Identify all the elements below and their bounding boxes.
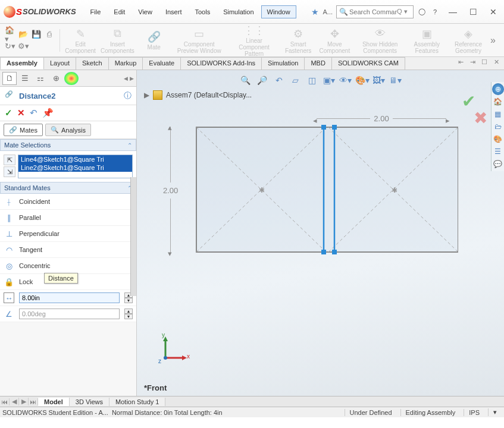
ribbon-assembly-features[interactable]: ▣Assembly Features — [408, 26, 446, 55]
ribbon-component-preview[interactable]: ▭Component Preview Window — [171, 26, 227, 55]
selection-filter-icon-1[interactable]: ⇱ — [4, 155, 15, 165]
mate-tangent[interactable]: ◠Tangent — [0, 242, 136, 258]
pm-ok-button[interactable]: ✓ — [5, 108, 12, 118]
dimxpert-manager-tab-icon[interactable]: ⊕ — [49, 72, 63, 85]
window-maximize[interactable]: ☐ — [466, 5, 480, 19]
ribbon-smart-fasteners[interactable]: ⚙Smart Fasteners — [281, 26, 315, 55]
panel-collapse-icon[interactable]: ⇤ — [456, 58, 465, 68]
tab-markup[interactable]: Markup — [108, 57, 143, 70]
zoom-fit-icon[interactable]: 🔍 — [239, 74, 253, 87]
panel-scrollbar[interactable] — [130, 177, 136, 296]
configuration-manager-tab-icon[interactable]: ⚏ — [33, 72, 48, 85]
menu-insert[interactable]: Insert — [159, 5, 188, 18]
pm-help-icon[interactable]: ⓘ — [124, 90, 132, 101]
pm-tab-analysis[interactable]: 🔍Analysis — [45, 124, 91, 136]
menu-file[interactable]: File — [84, 5, 107, 18]
tab-cam[interactable]: SOLIDWORKS CAM — [331, 57, 405, 70]
distance-input[interactable] — [19, 292, 120, 303]
selection-filter-icon-2[interactable]: ⇲ — [4, 166, 15, 177]
menu-simulation[interactable]: Simulation — [217, 5, 259, 18]
bottom-tab-motion[interactable]: Motion Study 1 — [109, 398, 165, 406]
view-palette-icon[interactable]: 🗁 — [492, 121, 504, 133]
design-library-icon[interactable]: 🏠 — [492, 96, 504, 108]
tab-nav-prev[interactable]: ◀ — [10, 398, 19, 405]
search-dropdown-icon[interactable]: Q ▾ — [397, 8, 408, 15]
section-header-standard[interactable]: Standard Mates⌃ — [0, 182, 136, 194]
options-icon[interactable]: ⚙▾ — [18, 41, 29, 52]
mate-parallel[interactable]: ∥Parallel — [0, 210, 136, 226]
tab-nav-first[interactable]: ⏮ — [0, 398, 10, 405]
mate-concentric[interactable]: ◎Concentric — [0, 258, 136, 274]
view-settings-icon[interactable]: 🖥▾ — [389, 74, 403, 87]
view-orientation-icon[interactable]: ◫ — [305, 74, 320, 87]
manager-tabs-nav[interactable]: ◀ ▶ — [124, 75, 134, 81]
window-close[interactable]: ✕ — [486, 5, 500, 19]
display-style-icon[interactable]: ▣▾ — [322, 74, 336, 87]
command-search[interactable]: 🔍 Q ▾ — [336, 5, 414, 18]
panel-restore-icon[interactable]: ☐ — [480, 58, 489, 68]
graphics-viewport[interactable]: 🔍 🔎 ↶ ▱ ◫ ▣▾ 👁▾ 🎨▾ 🖼▾ 🖥▾ ▶ Assem7 (Defau… — [137, 70, 504, 396]
property-manager-tab-icon[interactable]: ☰ — [18, 72, 32, 85]
status-units[interactable]: IPS — [464, 409, 484, 416]
feature-manager-tab-icon[interactable]: 🗋 — [2, 72, 17, 85]
ribbon-move-component[interactable]: ✥Move Component — [317, 26, 353, 55]
print-icon[interactable]: ⎙ — [44, 29, 55, 40]
angle-spinner[interactable]: ▲▼ — [124, 309, 133, 319]
pm-tab-mates[interactable]: 🔗Mates — [4, 124, 43, 136]
ribbon-insert-components[interactable]: ⧉Insert Components — [98, 26, 137, 55]
selection-item[interactable]: Line4@Sketch1@Square Tri — [18, 155, 132, 163]
angle-input[interactable] — [19, 309, 120, 319]
selection-item[interactable]: Line2@Sketch1@Square Tri — [18, 163, 132, 172]
forum-icon[interactable]: 💬 — [492, 158, 504, 170]
edit-appearance-icon[interactable]: 🎨▾ — [355, 74, 370, 87]
star-icon[interactable]: ★ — [311, 7, 319, 17]
tab-evaluate[interactable]: Evaluate — [142, 57, 181, 70]
tab-sketch[interactable]: Sketch — [76, 57, 109, 70]
open-icon[interactable]: 📂 — [18, 29, 29, 40]
window-minimize[interactable]: — — [446, 5, 460, 19]
bottom-tab-model[interactable]: Model — [38, 398, 70, 406]
mate-lock[interactable]: 🔒 Lock Distance — [0, 274, 136, 290]
tab-nav-last[interactable]: ⏭ — [29, 398, 38, 405]
ribbon-linear-pattern[interactable]: ⋮⋮Linear Component Pattern — [228, 22, 280, 58]
menu-tools[interactable]: Tools — [189, 5, 216, 18]
tab-mbd[interactable]: MBD — [304, 57, 331, 70]
tab-layout[interactable]: Layout — [43, 57, 76, 70]
custom-properties-icon[interactable]: ☰ — [492, 146, 504, 158]
save-icon[interactable]: 💾 — [31, 29, 42, 40]
display-manager-tab-icon[interactable] — [64, 72, 79, 85]
panel-close-icon[interactable]: ✕ — [492, 58, 500, 68]
appearances-icon[interactable]: 🎨 — [492, 133, 504, 145]
previous-view-icon[interactable]: ↶ — [272, 74, 286, 87]
tab-assembly[interactable]: Assembly — [0, 57, 44, 70]
menu-view[interactable]: View — [132, 5, 158, 18]
dimension-height[interactable]: ▴ 2.00 ▾ — [163, 127, 178, 254]
confirm-cancel-icon[interactable]: ✖ — [474, 108, 487, 128]
help-icon[interactable]: ? — [430, 7, 440, 17]
ribbon-mate[interactable]: 🔗Mate — [138, 29, 170, 52]
bottom-tab-3dviews[interactable]: 3D Views — [70, 398, 109, 406]
new-doc-icon[interactable]: 🏠▾ — [5, 29, 15, 40]
menu-edit[interactable]: Edit — [108, 5, 131, 18]
hide-show-icon[interactable]: 👁▾ — [339, 74, 353, 87]
search-input[interactable] — [349, 8, 397, 15]
dimension-width[interactable]: ◂ 2.00 ▸ — [317, 114, 446, 123]
apply-scene-icon[interactable]: 🖼▾ — [372, 74, 386, 87]
mate-perpendicular[interactable]: ⊥Perpendicular — [0, 226, 136, 242]
login-icon[interactable]: ◯ — [417, 7, 427, 17]
tab-nav-next[interactable]: ▶ — [19, 398, 29, 405]
ribbon-show-hidden[interactable]: 👁Show Hidden Components — [354, 26, 406, 55]
section-view-icon[interactable]: ▱ — [289, 74, 303, 87]
selection-list[interactable]: Line4@Sketch1@Square Tri Line2@Sketch1@S… — [18, 155, 133, 178]
mate-coincident[interactable]: ⟊Coincident — [0, 194, 136, 210]
pm-pin-button[interactable]: 📌 — [42, 108, 54, 118]
file-explorer-icon[interactable]: ▦ — [492, 108, 504, 120]
rebuild-icon[interactable]: ↻▾ — [5, 41, 15, 52]
solidworks-resources-icon[interactable]: ⊕ — [492, 83, 504, 95]
tab-simulation[interactable]: Simulation — [261, 57, 305, 70]
panel-expand-icon[interactable]: ⇥ — [468, 58, 477, 68]
pm-cancel-button[interactable]: ✕ — [17, 108, 25, 118]
ribbon-edit-component[interactable]: ✎Edit Component — [64, 26, 97, 55]
menu-window[interactable]: Window — [261, 5, 296, 18]
zoom-area-icon[interactable]: 🔎 — [255, 74, 270, 87]
